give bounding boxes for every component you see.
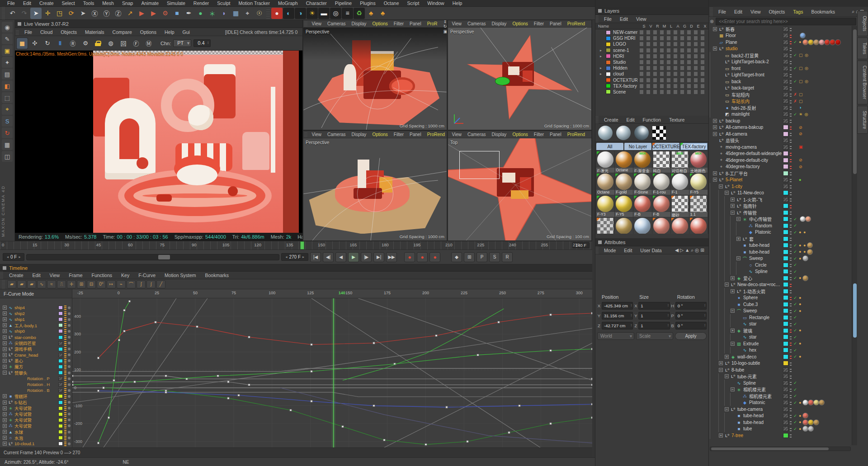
visibility-dots[interactable] — [790, 269, 792, 274]
position-z-field[interactable]: -42.727 cm — [602, 322, 633, 329]
expand-toggle[interactable]: + — [713, 178, 717, 182]
object-row[interactable]: + Lº 10-logo-subtle — [709, 360, 852, 367]
track-state-dot[interactable] — [68, 419, 71, 421]
viewport-menu-item[interactable]: Options — [509, 21, 531, 26]
enable-state-icon[interactable]: ✓ — [793, 309, 797, 313]
layer-column-header[interactable]: L — [668, 24, 675, 28]
expand-toggle[interactable]: + — [3, 353, 7, 357]
settings-gear-icon[interactable]: ⚙ — [80, 38, 91, 49]
timeline-tool-button[interactable]: ↦ — [107, 280, 116, 288]
object-name[interactable]: 8-工厂平台 — [726, 170, 748, 177]
viewport-top[interactable]: ViewCamerasDisplayOptionsFilterPanelProR… — [448, 131, 592, 241]
layer-row[interactable]: TEX-factory — [595, 83, 708, 89]
material-picker-icon[interactable]: ◍ — [105, 38, 116, 49]
layer-toggle-icons[interactable] — [640, 66, 707, 70]
object-name[interactable]: Sweep — [743, 308, 757, 313]
visibility-dots[interactable] — [790, 328, 792, 333]
viewport-menu-item[interactable]: ProR — [424, 21, 440, 26]
layer-color-chip[interactable] — [58, 436, 63, 440]
visibility-dots[interactable] — [790, 27, 792, 31]
attributes-menu-item[interactable]: Edit — [620, 248, 636, 253]
object-row[interactable]: ▭ 车站长内 ✗ ▢ — [709, 98, 852, 105]
enable-state-icon[interactable]: ✓ — [793, 230, 797, 235]
visibility-dots[interactable] — [790, 296, 792, 300]
material-preview-sphere-2[interactable] — [616, 126, 631, 140]
scale-dropdown[interactable]: Scale — [636, 332, 673, 340]
layer-color-chip[interactable] — [606, 36, 611, 41]
object-row[interactable]: − Lº tube-camera — [709, 406, 852, 413]
object-name[interactable]: tube-head — [749, 249, 769, 254]
layer-color-chip[interactable] — [783, 295, 788, 300]
track-name[interactable]: 尖锐四芒星 — [14, 340, 57, 346]
material-layer-tab[interactable]: All — [596, 143, 623, 150]
menu-item[interactable]: Window — [424, 0, 448, 6]
material-tags[interactable] — [803, 276, 808, 281]
layer-color-chip[interactable] — [783, 354, 788, 359]
scrollbar-thumb[interactable] — [853, 29, 857, 174]
material-swatch[interactable]: F-Y5 — [615, 195, 633, 217]
expand-toggle[interactable]: − — [736, 256, 741, 260]
object-tags[interactable]: ● — [799, 296, 802, 300]
visibility-dots[interactable] — [790, 151, 792, 156]
enable-state-icon[interactable]: ✓ — [793, 387, 797, 392]
layer-color-chip[interactable] — [783, 236, 788, 241]
object-row[interactable]: ○ Circle ✓ — [709, 262, 852, 268]
object-name[interactable]: 7-tree — [731, 433, 743, 438]
viewport-menu-item[interactable]: ProRend — [564, 132, 588, 137]
material-swatch[interactable]: 纯白 — [652, 151, 670, 173]
layer-color-chip[interactable] — [783, 387, 788, 392]
viewport-menu-item[interactable]: Cameras — [325, 21, 349, 26]
layer-color-chip[interactable] — [783, 46, 788, 51]
menu-grip[interactable] — [595, 15, 599, 23]
octane-toolbar-button[interactable]: ≡ — [342, 8, 353, 19]
expand-toggle[interactable]: + — [713, 47, 717, 51]
object-row[interactable]: Lº LightTarget-back-2 — [709, 59, 852, 66]
expand-toggle[interactable]: + — [3, 317, 7, 321]
material-tags[interactable] — [803, 400, 824, 405]
layer-name[interactable]: LOGO — [613, 42, 637, 47]
toolbar-button[interactable]: ➤ — [30, 8, 42, 19]
restart-render-icon[interactable]: ✣ — [29, 38, 40, 49]
layer-color-chip[interactable] — [783, 151, 788, 156]
layer-toggle-icons[interactable] — [640, 78, 707, 82]
object-row[interactable]: ◆ Platonic ✓ ● ● — [709, 229, 852, 236]
track-state-dot[interactable] — [68, 312, 71, 315]
object-name[interactable]: Sphere — [743, 295, 758, 300]
toolbar-grip[interactable] — [2, 279, 5, 289]
object-name[interactable]: tube-head — [743, 420, 764, 425]
timeline-menu-item[interactable]: Motion System — [160, 273, 200, 278]
timeline-menu-item[interactable]: Frame — [64, 273, 87, 278]
object-tags[interactable]: ● — [799, 256, 802, 261]
expand-toggle[interactable]: + — [731, 289, 735, 293]
layer-color-chip[interactable] — [783, 420, 788, 425]
object-name[interactable]: wall-deco — [737, 354, 756, 359]
toolbar-button[interactable]: ✒ — [183, 8, 194, 19]
viewport-nav-icons[interactable]: ✥ ⇕ ↻ ▣ — [440, 20, 447, 34]
mode-button[interactable]: S — [2, 116, 13, 127]
toolbar-button[interactable]: Ⓨ — [101, 8, 112, 19]
octane-toolbar-button[interactable]: ♣ — [377, 8, 388, 19]
enable-state-icon[interactable]: ✓ — [793, 112, 797, 117]
visibility-dots[interactable] — [790, 66, 792, 71]
mode-button[interactable]: ✦ — [2, 57, 13, 68]
layer-column-header[interactable]: M — [661, 24, 668, 28]
enable-state-icon[interactable]: ✓ — [793, 400, 797, 405]
menu-grip[interactable] — [16, 29, 19, 35]
record-button[interactable]: ● — [429, 252, 440, 262]
toolbar-button[interactable]: Ⓩ — [113, 8, 124, 19]
material-swatch[interactable] — [689, 217, 708, 234]
viewport-menu-item[interactable]: Cameras — [465, 21, 489, 26]
enable-state-icon[interactable]: ✓ — [793, 217, 797, 221]
layer-name[interactable]: OCTEXTURE — [613, 78, 637, 83]
expand-toggle[interactable]: − — [719, 368, 723, 372]
object-tree-scrollbar[interactable] — [852, 26, 857, 445]
expand-toggle[interactable]: − — [731, 309, 735, 313]
object-tags[interactable]: ● — [799, 341, 802, 346]
material-pin-icon[interactable]: Ⓜ — [143, 38, 154, 49]
live-viewer-menu-item[interactable]: File — [20, 29, 36, 35]
expand-toggle[interactable]: + — [3, 359, 7, 363]
object-tags[interactable]: ● — [799, 178, 802, 182]
visibility-dots[interactable] — [790, 47, 792, 51]
viewport-nav-icons[interactable]: ✥ ⇕ ↻ ▣ — [588, 131, 592, 145]
layers-titlebar[interactable]: Layers — [595, 7, 708, 15]
